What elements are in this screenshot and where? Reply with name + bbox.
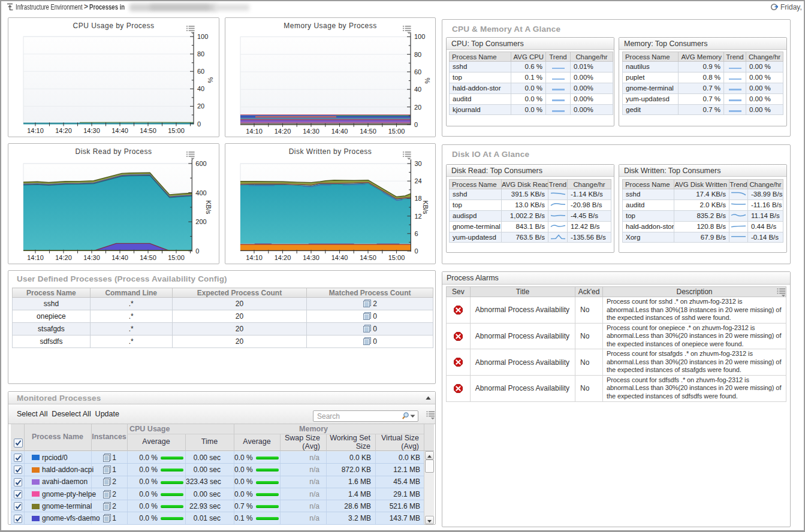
svg-text:60: 60 <box>414 68 421 75</box>
svg-text:0: 0 <box>195 247 199 255</box>
svg-text:14:20: 14:20 <box>275 128 291 135</box>
svg-text:200: 200 <box>195 218 206 225</box>
svg-text:40: 40 <box>414 86 421 93</box>
svg-text:Disk Read by Process: Disk Read by Process <box>75 147 152 156</box>
svg-text:15:00: 15:00 <box>388 254 405 261</box>
svg-text:14:50: 14:50 <box>360 254 376 261</box>
svg-text:15:00: 15:00 <box>168 127 185 134</box>
svg-text:0: 0 <box>414 247 418 255</box>
svg-text:KB/s: KB/s <box>422 200 429 214</box>
svg-text:14:40: 14:40 <box>111 127 128 134</box>
svg-text:14:10: 14:10 <box>246 254 263 261</box>
svg-text:24: 24 <box>414 177 421 185</box>
svg-text:Memory Usage by Process: Memory Usage by Process <box>284 22 377 30</box>
svg-text:14:20: 14:20 <box>55 127 72 134</box>
svg-text:0: 0 <box>414 121 418 128</box>
svg-text:14:10: 14:10 <box>246 128 263 135</box>
svg-text:80: 80 <box>197 50 204 58</box>
svg-text:20: 20 <box>414 104 421 111</box>
svg-text:14:20: 14:20 <box>275 254 291 261</box>
svg-text:14:30: 14:30 <box>83 127 100 134</box>
svg-text:15:00: 15:00 <box>388 128 405 135</box>
svg-text:14:20: 14:20 <box>55 254 72 261</box>
svg-text:60: 60 <box>197 68 204 75</box>
svg-text:40: 40 <box>197 85 204 92</box>
svg-text:6: 6 <box>414 230 418 237</box>
svg-text:%: % <box>424 78 431 84</box>
svg-text:14:40: 14:40 <box>331 254 348 261</box>
svg-text:18: 18 <box>414 195 421 202</box>
svg-text:14:50: 14:50 <box>140 254 156 261</box>
svg-text:15:00: 15:00 <box>168 254 185 261</box>
svg-text:0: 0 <box>197 120 201 128</box>
svg-text:30: 30 <box>414 160 421 167</box>
svg-text:KB/s: KB/s <box>205 200 212 214</box>
svg-text:14:50: 14:50 <box>140 127 156 134</box>
svg-text:14:40: 14:40 <box>331 128 348 135</box>
svg-text:100: 100 <box>197 33 208 40</box>
svg-text:14:50: 14:50 <box>360 128 376 135</box>
svg-text:Disk Written by Process: Disk Written by Process <box>289 147 372 156</box>
svg-text:14:30: 14:30 <box>83 254 100 261</box>
svg-text:600: 600 <box>195 160 206 167</box>
svg-text:14:10: 14:10 <box>27 254 44 261</box>
svg-text:14:30: 14:30 <box>303 254 319 261</box>
svg-text:12: 12 <box>414 213 421 220</box>
svg-text:%: % <box>207 77 214 83</box>
svg-text:100: 100 <box>414 33 425 40</box>
svg-text:80: 80 <box>414 51 421 58</box>
svg-text:14:40: 14:40 <box>111 254 128 261</box>
svg-text:400: 400 <box>195 189 206 197</box>
svg-text:20: 20 <box>197 102 204 110</box>
svg-text:CPU Usage by Process: CPU Usage by Process <box>73 22 154 30</box>
svg-text:14:10: 14:10 <box>27 127 44 134</box>
svg-text:14:30: 14:30 <box>303 128 319 135</box>
